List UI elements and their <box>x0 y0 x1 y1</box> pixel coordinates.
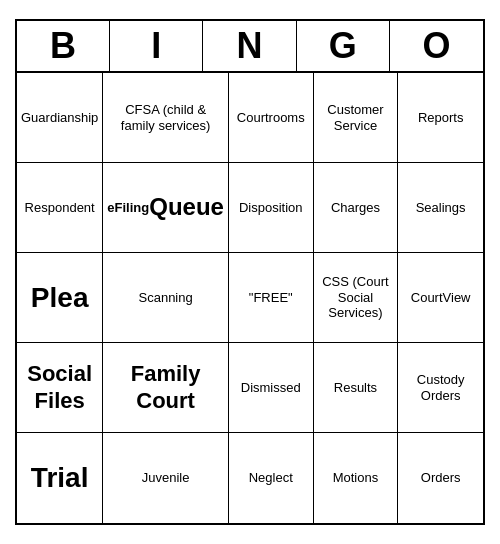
bingo-cell-17: Dismissed <box>229 343 314 433</box>
header-letter-G: G <box>297 21 390 71</box>
bingo-cell-18: Results <box>314 343 399 433</box>
bingo-cell-3: Customer Service <box>314 73 399 163</box>
bingo-cell-14: CourtView <box>398 253 483 343</box>
bingo-cell-16: Family Court <box>103 343 229 433</box>
efiling-large: Queue <box>149 193 224 222</box>
bingo-cell-1: CFSA (child & family services) <box>103 73 229 163</box>
header-letter-O: O <box>390 21 483 71</box>
bingo-cell-11: Scanning <box>103 253 229 343</box>
bingo-cell-4: Reports <box>398 73 483 163</box>
bingo-cell-21: Juvenile <box>103 433 229 523</box>
header-letter-B: B <box>17 21 110 71</box>
header-letter-I: I <box>110 21 203 71</box>
bingo-cell-24: Orders <box>398 433 483 523</box>
bingo-cell-0: Guardianship <box>17 73 103 163</box>
bingo-cell-9: Sealings <box>398 163 483 253</box>
bingo-cell-15: Social Files <box>17 343 103 433</box>
bingo-cell-22: Neglect <box>229 433 314 523</box>
bingo-cell-7: Disposition <box>229 163 314 253</box>
bingo-header: BINGO <box>17 21 483 73</box>
bingo-cell-23: Motions <box>314 433 399 523</box>
bingo-cell-8: Charges <box>314 163 399 253</box>
efiling-small: eFiling <box>107 200 149 216</box>
bingo-cell-12: "FREE" <box>229 253 314 343</box>
header-letter-N: N <box>203 21 296 71</box>
bingo-cell-10: Plea <box>17 253 103 343</box>
bingo-cell-19: Custody Orders <box>398 343 483 433</box>
bingo-cell-20: Trial <box>17 433 103 523</box>
bingo-cell-13: CSS (Court Social Services) <box>314 253 399 343</box>
bingo-card: BINGO GuardianshipCFSA (child & family s… <box>15 19 485 525</box>
bingo-cell-6: eFilingQueue <box>103 163 229 253</box>
bingo-grid: GuardianshipCFSA (child & family service… <box>17 73 483 523</box>
bingo-cell-5: Respondent <box>17 163 103 253</box>
bingo-cell-2: Courtrooms <box>229 73 314 163</box>
